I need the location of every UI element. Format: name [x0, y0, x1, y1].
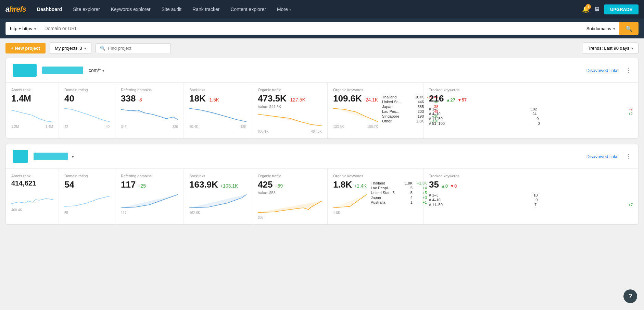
metric-organic-traffic-2: Organic traffic 425 +69 Value: $58 605 [252, 169, 328, 224]
subdomain-chevron-icon [613, 26, 615, 31]
trends-button[interactable]: Trends: Last 90 days [583, 43, 639, 54]
monitor-icon[interactable]: 🖥 [594, 6, 600, 13]
toolbar: + New project My projects 3 🔍 Trends: La… [0, 38, 644, 58]
search-bar: http + https Subdomains 🔍 [0, 19, 644, 38]
logo[interactable]: ahrefs [5, 5, 26, 14]
tracked-row: # 4–10 24 +2 [429, 111, 633, 116]
metric-organic-keywords-2: Organic keywords 1.8K +1.4K 1.8K Thailan… [328, 169, 424, 224]
country-row: United Stat...5 5 +5 [371, 190, 426, 195]
more-chevron-icon [289, 7, 291, 12]
tracked-row: # 11–50 7 +7 [429, 202, 633, 207]
project-card-1: .com/* Disavowed links ⋮ Ahrefs rank 1.4… [5, 58, 639, 139]
disavowed-links-2[interactable]: Disavowed links [586, 154, 618, 159]
my-projects-button[interactable]: My projects 3 [50, 43, 91, 54]
upgrade-button[interactable]: UPGRADE [604, 4, 639, 14]
trends-chevron-icon [631, 46, 633, 51]
nav-icons: 🔔 1 🖥 UPGRADE [582, 4, 639, 14]
metric-ahrefs-rank-1: Ahrefs rank 1.4M 1.2M 1.4M [6, 83, 59, 138]
organic-keywords-chart-2 [333, 193, 367, 210]
metrics-grid-1: Ahrefs rank 1.4M 1.2M 1.4M Domain rating… [6, 83, 638, 138]
metric-ahrefs-rank-2: Ahrefs rank 414,621 408.4K [6, 169, 59, 224]
backlinks-chart-2 [189, 193, 247, 210]
metric-backlinks-1: Backlinks 18K -1.5K 20.4K 18K [184, 83, 252, 138]
country-row: Lao Peopl... 5 +4 [371, 186, 426, 190]
top-navigation: ahrefs Dashboard Site explorer Keywords … [0, 0, 644, 19]
tracked-row: # 51–100 0 [429, 121, 633, 126]
search-icon: 🔍 [100, 46, 105, 51]
project-header-1: .com/* Disavowed links ⋮ [6, 58, 638, 83]
new-project-button[interactable]: + New project [5, 43, 46, 53]
tracked-row: # 11–50 0 [429, 116, 633, 121]
nav-more[interactable]: More [273, 4, 295, 14]
project-domain-1: .com/* [87, 68, 104, 73]
domain-rating-chart-2 [64, 193, 110, 210]
tracked-row: # 1–3 10 [429, 193, 633, 198]
country-row: Thailand 1.8K +1.3K [371, 181, 426, 186]
nav-site-explorer[interactable]: Site explorer [69, 4, 104, 14]
referring-domains-chart-2 [121, 193, 178, 210]
organic-traffic-chart-1 [258, 111, 322, 129]
country-row: Japan 4 +3 [371, 195, 426, 200]
project-domain-2 [72, 154, 74, 159]
organic-traffic-chart-2 [258, 198, 322, 215]
nav-site-audit[interactable]: Site audit [157, 4, 186, 14]
protocol-select[interactable]: http + https [5, 22, 40, 35]
project-www-2 [34, 153, 68, 160]
tracked-keyword-rows-2: # 1–3 10 # 4–10 9 # 11–50 7 +7 [429, 193, 633, 207]
metric-domain-rating-2: Domain rating 54 55 [59, 169, 115, 224]
metric-referring-domains-2: Referring domains 117 +25 117 [115, 169, 184, 224]
domain-chevron-icon-1 [102, 68, 104, 73]
search-input[interactable] [40, 22, 582, 35]
nav-content-explorer[interactable]: Content explorer [226, 4, 270, 14]
tracked-row: # 1–3 192 -2 [429, 107, 633, 111]
ahrefs-rank-chart-1 [11, 107, 53, 124]
metric-domain-rating-1: Domain rating 40 42 40 [59, 83, 115, 138]
find-project-input[interactable] [108, 46, 166, 51]
country-row: Australia 1 +1 [371, 200, 426, 205]
backlinks-chart-1 [189, 107, 247, 124]
more-options-2[interactable]: ⋮ [625, 153, 631, 160]
protocol-chevron-icon [34, 26, 36, 31]
search-button[interactable]: 🔍 [619, 22, 639, 35]
organic-keywords-chart-1 [333, 107, 378, 124]
metric-tracked-keywords-1: Tracked keywords 216 ▲27 ▼57 # 1–3 192 -… [424, 83, 638, 138]
metrics-grid-2: Ahrefs rank 414,621 408.4K Domain rating… [6, 169, 638, 224]
metric-organic-keywords-1: Organic keywords 109.6K -24.1K 133.5K 10… [328, 83, 424, 138]
nav-dashboard[interactable]: Dashboard [33, 4, 66, 14]
metric-tracked-keywords-2: Tracked keywords 35 ▲0 ▼0 # 1–3 10 # 4–1… [424, 169, 638, 224]
metric-organic-traffic-1: Organic traffic 473.5K -127.5K Value: $4… [252, 83, 328, 138]
project-www-1 [42, 67, 83, 74]
metric-referring-domains-1: Referring domains 338 -8 346 330 [115, 83, 184, 138]
project-logo-2 [13, 150, 28, 163]
project-logo-1 [13, 64, 37, 77]
domain-rating-chart-1 [64, 107, 110, 124]
notification-badge: 1 [585, 4, 591, 10]
projects-container: .com/* Disavowed links ⋮ Ahrefs rank 1.4… [0, 58, 644, 236]
project-header-2: Disavowed links ⋮ [6, 144, 638, 169]
nav-keywords-explorer[interactable]: Keywords explorer [107, 4, 155, 14]
notification-button[interactable]: 🔔 1 [582, 5, 590, 13]
disavowed-links-1[interactable]: Disavowed links [586, 68, 618, 73]
ahrefs-rank-chart-2 [11, 190, 53, 207]
nav-rank-tracker[interactable]: Rank tracker [188, 4, 224, 14]
tracked-row: # 4–10 9 [429, 198, 633, 202]
referring-domains-chart-1 [121, 107, 178, 124]
project-card-2: Disavowed links ⋮ Ahrefs rank 414,621 40… [5, 144, 639, 225]
find-project-wrapper: 🔍 [96, 43, 171, 53]
domain-chevron-icon-2 [72, 154, 74, 159]
subdomain-select[interactable]: Subdomains [582, 22, 619, 35]
my-projects-chevron-icon [84, 46, 86, 51]
more-options-1[interactable]: ⋮ [625, 67, 631, 74]
metric-backlinks-2: Backlinks 163.9K +103.1K 162.6K [184, 169, 252, 224]
tracked-keyword-rows-1: # 1–3 192 -2 # 4–10 24 +2 # 11–50 0 [429, 107, 633, 126]
country-table-2: Thailand 1.8K +1.3K Lao Peopl... 5 +4 Un… [371, 174, 426, 219]
